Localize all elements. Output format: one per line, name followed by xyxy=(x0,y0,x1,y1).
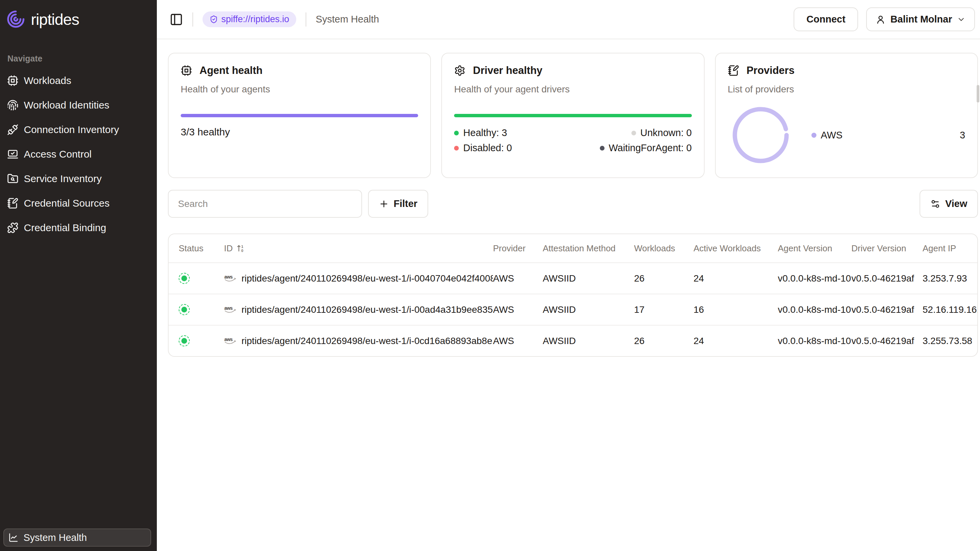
column-header-attestation: Attestation Method xyxy=(543,243,634,254)
legend-dot xyxy=(632,131,636,135)
laptop-check-icon xyxy=(7,148,19,160)
summary-cards: Agent health Health of your agents 3/3 h… xyxy=(168,53,978,178)
puzzle-icon xyxy=(7,222,19,234)
card-title: Driver healthy xyxy=(473,65,542,76)
column-header-id[interactable]: ID 10 xyxy=(224,243,493,254)
agent-version-cell: v0.0.0-k8s-md-10 xyxy=(778,304,851,315)
agent-id-text: riptides/agent/240110269498/eu-west-1/i-… xyxy=(242,336,493,346)
attestation-cell: AWSIID xyxy=(543,336,634,346)
card-title: Agent health xyxy=(199,65,262,76)
workloads-cell: 26 xyxy=(634,336,694,346)
legend-label: AWS xyxy=(821,130,843,141)
nav-section-label: Navigate xyxy=(7,54,157,64)
plus-icon xyxy=(379,199,389,209)
shield-check-icon xyxy=(210,15,218,24)
sidebar-item-connection-inventory[interactable]: Connection Inventory xyxy=(0,117,157,142)
providers-card: Providers List of providers AWS 3 xyxy=(715,53,978,178)
column-header-active-workloads: Active Workloads xyxy=(694,243,778,254)
legend-item: Unknown: 0 xyxy=(573,127,692,139)
panel-left-icon xyxy=(170,13,183,26)
status-healthy-indicator xyxy=(179,304,190,315)
user-menu-button[interactable]: Balint Molnar xyxy=(866,7,975,31)
card-subtitle: Health of your agent drivers xyxy=(454,84,692,95)
aws-icon: aws xyxy=(224,274,237,283)
driver-health-card: Driver healthy Health of your agent driv… xyxy=(441,53,704,178)
legend-label: WaitingForAgent: 0 xyxy=(609,142,692,153)
driver-version-cell: v0.5.0-46219af xyxy=(851,336,923,346)
sidebar-item-system-health[interactable]: System Health xyxy=(3,529,151,547)
sidebar-item-workloads[interactable]: Workloads xyxy=(0,68,157,93)
status-healthy-indicator xyxy=(179,335,190,346)
agent-id-text: riptides/agent/240110269498/eu-west-1/i-… xyxy=(242,273,493,284)
table-header: Status ID 10 Provider Attestation Method… xyxy=(169,234,977,263)
agents-table: Status ID 10 Provider Attestation Method… xyxy=(168,234,978,357)
legend-dot xyxy=(600,146,605,151)
card-title: Providers xyxy=(746,65,795,76)
sidebar-item-label: Connection Inventory xyxy=(24,124,119,135)
agent-health-progress xyxy=(181,114,418,117)
agent-version-cell: v0.0.0-k8s-md-10 xyxy=(778,273,851,284)
agent-health-card: Agent health Health of your agents 3/3 h… xyxy=(168,53,431,178)
provider-cell: AWS xyxy=(493,336,543,346)
agent-health-summary: 3/3 healthy xyxy=(181,126,418,138)
driver-health-progress xyxy=(454,114,692,117)
legend-label: Healthy: 3 xyxy=(463,127,507,139)
agent-id-text: riptides/agent/240110269498/eu-west-1/i-… xyxy=(242,304,493,315)
sidebar-item-label: System Health xyxy=(24,532,87,543)
providers-donut-ring xyxy=(735,109,787,161)
legend-dot xyxy=(811,133,816,138)
table-row[interactable]: aws riptides/agent/240110269498/eu-west-… xyxy=(169,294,977,325)
sidebar-nav: Workloads Workload Identities Connection… xyxy=(0,68,157,240)
sidebar-item-label: Workloads xyxy=(24,75,71,86)
legend-item: WaitingForAgent: 0 xyxy=(573,142,692,153)
attestation-cell: AWSIID xyxy=(543,304,634,315)
card-subtitle: Health of your agents xyxy=(181,84,418,95)
folder-search-icon xyxy=(7,173,19,185)
table-row[interactable]: aws riptides/agent/240110269498/eu-west-… xyxy=(169,325,977,356)
notebook-pen-icon xyxy=(728,65,739,76)
column-header-agent-ip: Agent IP xyxy=(923,243,977,254)
status-cell xyxy=(169,273,224,284)
cpu-icon xyxy=(181,65,192,76)
sidebar-item-credential-sources[interactable]: Credential Sources xyxy=(0,191,157,215)
trust-domain-badge[interactable]: spiffe://riptides.io xyxy=(202,11,296,27)
sidebar-item-access-control[interactable]: Access Control xyxy=(0,142,157,166)
svg-text:1: 1 xyxy=(241,245,243,248)
sidebar-item-label: Access Control xyxy=(24,148,92,160)
column-header-workloads: Workloads xyxy=(634,243,694,254)
active-workloads-cell: 24 xyxy=(694,273,778,284)
sidebar-item-credential-binding[interactable]: Credential Binding xyxy=(0,215,157,240)
provider-cell: AWS xyxy=(493,273,543,284)
agent-version-cell: v0.0.0-k8s-md-10 xyxy=(778,336,851,346)
sidebar-item-label: Workload Identities xyxy=(24,99,110,111)
active-workloads-cell: 24 xyxy=(694,336,778,346)
workloads-cell: 17 xyxy=(634,304,694,315)
driver-health-progress-fill xyxy=(454,114,692,117)
brand-logo[interactable]: riptides xyxy=(6,10,157,29)
sidebar-toggle-button[interactable] xyxy=(170,13,183,26)
connect-button[interactable]: Connect xyxy=(794,7,858,31)
aws-icon: aws xyxy=(224,336,237,346)
table-body: aws riptides/agent/240110269498/eu-west-… xyxy=(169,263,977,356)
search-input[interactable] xyxy=(168,190,362,218)
view-button[interactable]: View xyxy=(920,190,978,218)
sidebar: riptides Navigate Workloads Workload Ide… xyxy=(0,0,157,551)
sidebar-item-service-inventory[interactable]: Service Inventory xyxy=(0,166,157,191)
legend-label: Disabled: 0 xyxy=(463,142,512,153)
column-header-agent-version: Agent Version xyxy=(778,243,851,254)
legend-dot xyxy=(454,131,459,135)
sidebar-item-label: Credential Binding xyxy=(24,222,106,234)
provider-cell: AWS xyxy=(493,304,543,315)
status-cell xyxy=(169,335,224,346)
svg-text:aws: aws xyxy=(224,306,233,311)
scrollbar-thumb[interactable] xyxy=(977,85,979,102)
sidebar-item-workload-identities[interactable]: Workload Identities xyxy=(0,93,157,117)
filter-button[interactable]: Filter xyxy=(368,190,428,218)
user-name: Balint Molnar xyxy=(890,14,952,25)
notebook-pen-icon xyxy=(7,197,19,209)
topbar: spiffe://riptides.io System Health Conne… xyxy=(157,0,980,39)
sidebar-item-label: Credential Sources xyxy=(24,197,110,209)
driver-version-cell: v0.5.0-46219af xyxy=(851,273,923,284)
table-row[interactable]: aws riptides/agent/240110269498/eu-west-… xyxy=(169,263,977,294)
aws-icon: aws xyxy=(224,305,237,314)
